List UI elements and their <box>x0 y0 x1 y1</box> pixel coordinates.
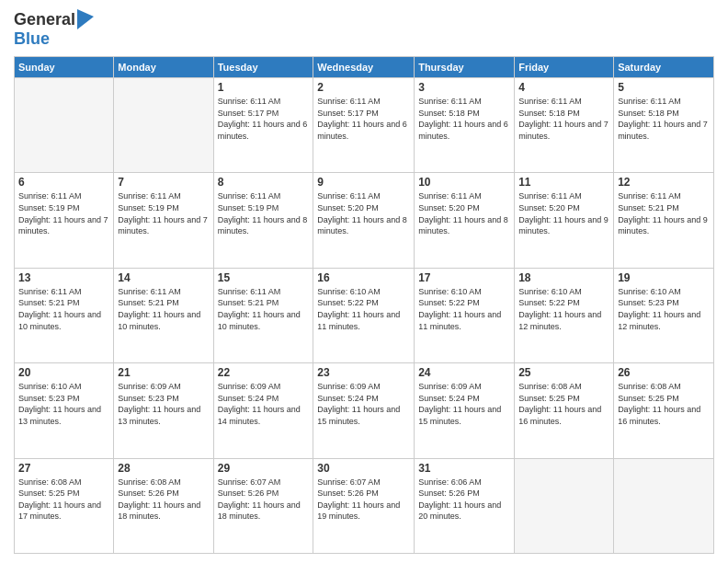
calendar-cell <box>15 78 114 173</box>
logo: General Blue <box>14 9 94 49</box>
calendar-cell: 20Sunrise: 6:10 AMSunset: 5:23 PMDayligh… <box>15 363 114 458</box>
weekday-header: Tuesday <box>213 57 313 78</box>
calendar-cell: 17Sunrise: 6:10 AMSunset: 5:22 PMDayligh… <box>415 268 515 362</box>
day-number: 18 <box>518 271 609 284</box>
calendar-cell: 29Sunrise: 6:07 AMSunset: 5:26 PMDayligh… <box>213 458 313 553</box>
day-number: 13 <box>18 271 109 284</box>
calendar-cell <box>515 458 614 553</box>
day-number: 22 <box>218 366 310 379</box>
day-info: Sunrise: 6:10 AMSunset: 5:23 PMDaylight:… <box>18 381 109 427</box>
day-number: 31 <box>418 462 510 475</box>
day-info: Sunrise: 6:08 AMSunset: 5:25 PMDaylight:… <box>618 381 710 427</box>
calendar-cell: 12Sunrise: 6:11 AMSunset: 5:21 PMDayligh… <box>614 173 714 268</box>
day-info: Sunrise: 6:06 AMSunset: 5:26 PMDaylight:… <box>418 477 510 523</box>
day-info: Sunrise: 6:11 AMSunset: 5:18 PMDaylight:… <box>618 96 710 142</box>
calendar-cell: 24Sunrise: 6:09 AMSunset: 5:24 PMDayligh… <box>415 363 515 458</box>
weekday-header: Monday <box>114 57 213 78</box>
day-number: 28 <box>118 462 209 475</box>
day-info: Sunrise: 6:08 AMSunset: 5:26 PMDaylight:… <box>118 477 209 523</box>
calendar-cell: 13Sunrise: 6:11 AMSunset: 5:21 PMDayligh… <box>15 268 114 362</box>
logo-general: General <box>14 10 75 29</box>
calendar-cell: 22Sunrise: 6:09 AMSunset: 5:24 PMDayligh… <box>213 363 313 458</box>
calendar-cell: 1Sunrise: 6:11 AMSunset: 5:17 PMDaylight… <box>213 78 313 173</box>
weekday-header: Thursday <box>415 57 515 78</box>
day-number: 19 <box>618 271 710 284</box>
day-info: Sunrise: 6:07 AMSunset: 5:26 PMDaylight:… <box>317 477 410 523</box>
calendar: SundayMondayTuesdayWednesdayThursdayFrid… <box>14 56 714 554</box>
day-info: Sunrise: 6:11 AMSunset: 5:17 PMDaylight:… <box>218 96 310 142</box>
day-info: Sunrise: 6:11 AMSunset: 5:17 PMDaylight:… <box>317 96 410 142</box>
day-info: Sunrise: 6:08 AMSunset: 5:25 PMDaylight:… <box>18 477 109 523</box>
weekday-header-row: SundayMondayTuesdayWednesdayThursdayFrid… <box>15 57 714 78</box>
day-info: Sunrise: 6:09 AMSunset: 5:24 PMDaylight:… <box>317 381 410 427</box>
calendar-cell: 27Sunrise: 6:08 AMSunset: 5:25 PMDayligh… <box>15 458 114 553</box>
day-info: Sunrise: 6:11 AMSunset: 5:21 PMDaylight:… <box>618 190 710 236</box>
day-number: 17 <box>418 271 510 284</box>
day-number: 30 <box>317 462 410 475</box>
calendar-cell: 16Sunrise: 6:10 AMSunset: 5:22 PMDayligh… <box>313 268 415 362</box>
day-number: 5 <box>618 81 710 94</box>
day-number: 12 <box>618 176 710 189</box>
day-info: Sunrise: 6:07 AMSunset: 5:26 PMDaylight:… <box>218 477 310 523</box>
day-number: 20 <box>18 366 109 379</box>
calendar-cell: 8Sunrise: 6:11 AMSunset: 5:19 PMDaylight… <box>213 173 313 268</box>
day-number: 27 <box>18 462 109 475</box>
day-number: 14 <box>118 271 209 284</box>
svg-marker-0 <box>77 9 94 29</box>
day-number: 11 <box>518 176 609 189</box>
day-info: Sunrise: 6:09 AMSunset: 5:24 PMDaylight:… <box>218 381 310 427</box>
weekday-header: Friday <box>515 57 614 78</box>
calendar-cell: 15Sunrise: 6:11 AMSunset: 5:21 PMDayligh… <box>213 268 313 362</box>
day-number: 15 <box>218 271 310 284</box>
day-number: 29 <box>218 462 310 475</box>
logo-blue: Blue <box>14 29 50 48</box>
day-info: Sunrise: 6:11 AMSunset: 5:20 PMDaylight:… <box>418 190 510 236</box>
calendar-cell: 7Sunrise: 6:11 AMSunset: 5:19 PMDaylight… <box>114 173 213 268</box>
day-info: Sunrise: 6:11 AMSunset: 5:19 PMDaylight:… <box>18 190 109 236</box>
day-info: Sunrise: 6:11 AMSunset: 5:19 PMDaylight:… <box>218 190 310 236</box>
day-info: Sunrise: 6:11 AMSunset: 5:21 PMDaylight:… <box>18 286 109 332</box>
day-info: Sunrise: 6:11 AMSunset: 5:18 PMDaylight:… <box>418 96 510 142</box>
day-number: 3 <box>418 81 510 94</box>
calendar-cell: 25Sunrise: 6:08 AMSunset: 5:25 PMDayligh… <box>515 363 614 458</box>
calendar-cell: 23Sunrise: 6:09 AMSunset: 5:24 PMDayligh… <box>313 363 415 458</box>
day-info: Sunrise: 6:08 AMSunset: 5:25 PMDaylight:… <box>518 381 609 427</box>
calendar-cell: 28Sunrise: 6:08 AMSunset: 5:26 PMDayligh… <box>114 458 213 553</box>
week-row: 6Sunrise: 6:11 AMSunset: 5:19 PMDaylight… <box>15 173 714 268</box>
day-number: 23 <box>317 366 410 379</box>
week-row: 27Sunrise: 6:08 AMSunset: 5:25 PMDayligh… <box>15 458 714 553</box>
day-info: Sunrise: 6:11 AMSunset: 5:20 PMDaylight:… <box>518 190 609 236</box>
day-info: Sunrise: 6:11 AMSunset: 5:19 PMDaylight:… <box>118 190 209 236</box>
day-number: 4 <box>518 81 609 94</box>
calendar-cell: 14Sunrise: 6:11 AMSunset: 5:21 PMDayligh… <box>114 268 213 362</box>
calendar-cell: 6Sunrise: 6:11 AMSunset: 5:19 PMDaylight… <box>15 173 114 268</box>
calendar-cell: 21Sunrise: 6:09 AMSunset: 5:23 PMDayligh… <box>114 363 213 458</box>
calendar-cell: 11Sunrise: 6:11 AMSunset: 5:20 PMDayligh… <box>515 173 614 268</box>
day-number: 1 <box>218 81 310 94</box>
day-number: 10 <box>418 176 510 189</box>
day-info: Sunrise: 6:09 AMSunset: 5:23 PMDaylight:… <box>118 381 209 427</box>
calendar-cell: 18Sunrise: 6:10 AMSunset: 5:22 PMDayligh… <box>515 268 614 362</box>
day-number: 26 <box>618 366 710 379</box>
calendar-cell <box>614 458 714 553</box>
week-row: 20Sunrise: 6:10 AMSunset: 5:23 PMDayligh… <box>15 363 714 458</box>
weekday-header: Saturday <box>614 57 714 78</box>
calendar-cell: 2Sunrise: 6:11 AMSunset: 5:17 PMDaylight… <box>313 78 415 173</box>
week-row: 1Sunrise: 6:11 AMSunset: 5:17 PMDaylight… <box>15 78 714 173</box>
day-number: 24 <box>418 366 510 379</box>
weekday-header: Sunday <box>15 57 114 78</box>
day-number: 6 <box>18 176 109 189</box>
day-info: Sunrise: 6:11 AMSunset: 5:21 PMDaylight:… <box>218 286 310 332</box>
day-number: 9 <box>317 176 410 189</box>
calendar-cell: 5Sunrise: 6:11 AMSunset: 5:18 PMDaylight… <box>614 78 714 173</box>
calendar-cell: 31Sunrise: 6:06 AMSunset: 5:26 PMDayligh… <box>415 458 515 553</box>
day-info: Sunrise: 6:09 AMSunset: 5:24 PMDaylight:… <box>418 381 510 427</box>
week-row: 13Sunrise: 6:11 AMSunset: 5:21 PMDayligh… <box>15 268 714 362</box>
calendar-cell: 19Sunrise: 6:10 AMSunset: 5:23 PMDayligh… <box>614 268 714 362</box>
calendar-cell: 3Sunrise: 6:11 AMSunset: 5:18 PMDaylight… <box>415 78 515 173</box>
day-number: 2 <box>317 81 410 94</box>
day-info: Sunrise: 6:11 AMSunset: 5:18 PMDaylight:… <box>518 96 609 142</box>
calendar-cell: 9Sunrise: 6:11 AMSunset: 5:20 PMDaylight… <box>313 173 415 268</box>
day-info: Sunrise: 6:10 AMSunset: 5:22 PMDaylight:… <box>418 286 510 332</box>
calendar-cell: 26Sunrise: 6:08 AMSunset: 5:25 PMDayligh… <box>614 363 714 458</box>
